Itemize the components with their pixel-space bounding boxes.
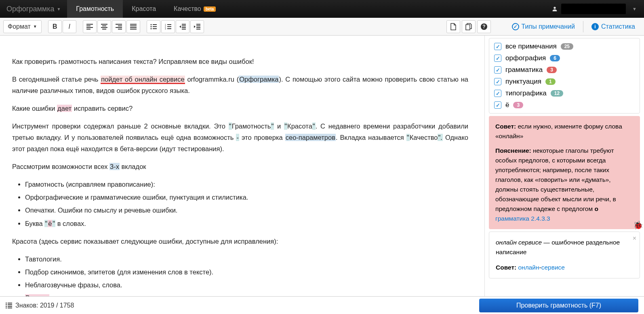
brand-menu[interactable]: Орфограммка ▼ [0, 0, 67, 18]
close-icon[interactable]: × [633, 234, 636, 244]
info-icon: i [591, 23, 599, 30]
note-types-link[interactable]: ✓ Типы примечаний [506, 19, 581, 34]
svg-point-1 [150, 24, 152, 25]
dash-highlight[interactable]: - [236, 134, 239, 141]
paragraph: Как проверить грамотность написания текс… [12, 56, 468, 67]
paragraph: Рассмотрим возможности всех 3-х вкладок [12, 161, 468, 172]
error-highlight[interactable]: пойдет об онлайн сервисе [101, 76, 185, 84]
sidebar: ✓все примечания25✓орфография6✓грамматика… [485, 36, 644, 296]
count-badge: 3 [547, 67, 557, 73]
filter-label: пунктуация [505, 78, 541, 86]
help-button[interactable]: ? [477, 20, 491, 33]
filter-label: ё [505, 101, 509, 109]
outdent-button[interactable] [176, 20, 189, 33]
error-highlight[interactable]: дает [57, 105, 72, 112]
checkbox-icon[interactable]: ✓ [494, 66, 501, 74]
bullet-list-button[interactable] [147, 20, 160, 33]
svg-point-2 [150, 26, 152, 27]
indent-button[interactable] [190, 20, 204, 33]
user-name-redacted [561, 4, 626, 14]
beta-badge: beta [204, 6, 216, 12]
list-item: Опечатки. Ошибки по смыслу и речевые оши… [25, 204, 468, 216]
filter-label: все примечания [505, 42, 557, 51]
suggestion-link[interactable]: онлайн [518, 264, 539, 271]
filter-row-5[interactable]: ✓ё3 [494, 101, 635, 109]
italic-button[interactable]: I [63, 20, 76, 33]
tab-gramotnost[interactable]: Грамотность [67, 0, 123, 18]
tab-krasota[interactable]: Красота [123, 0, 165, 18]
caret-down-icon: ▼ [57, 7, 61, 11]
filter-label: орфография [505, 54, 546, 62]
check-grammar-button[interactable]: Проверить грамотность (F7) [479, 299, 638, 312]
quote-highlight[interactable]: " [284, 122, 287, 130]
char-count: Знаков: 2019 / 1758 [6, 302, 74, 309]
count-badge: 6 [550, 55, 560, 61]
suggestion-link[interactable]: сервисе [541, 264, 565, 271]
nav-tabs: Грамотность Красота Качество beta [67, 0, 225, 18]
quote-highlight[interactable]: " [52, 220, 55, 227]
checkbox-icon[interactable]: ✓ [494, 43, 501, 50]
align-right-button[interactable] [112, 20, 126, 33]
svg-point-0 [554, 7, 556, 9]
quote-highlight[interactable]: ". [438, 134, 442, 141]
brand-label: Орфограммка [6, 5, 54, 13]
error-highlight[interactable]: ё [48, 220, 52, 227]
paragraph: Инструмент проверки содержал раньше 2 ос… [12, 120, 468, 154]
quote-highlight[interactable]: " [44, 220, 48, 227]
error-highlight[interactable]: Выдает [25, 294, 49, 296]
paragraph: Какие ошибки дает исправить сервис? [12, 103, 468, 114]
bold-button[interactable]: B [48, 20, 62, 33]
checkbox-icon[interactable]: ✓ [494, 55, 501, 62]
list: Тавтология. Подбор синонимов, эпитетов (… [25, 253, 468, 296]
checkbox-icon[interactable]: ✓ [494, 90, 501, 97]
list: Грамотность (исправляем правописание): О… [25, 179, 468, 229]
grammar-rule-link[interactable]: грамматика 2.4.3.3 [495, 215, 550, 222]
format-dropdown[interactable]: Формат ▼ [3, 20, 42, 33]
explanation-label: Пояснение: [495, 147, 531, 154]
count-badge: 3 [513, 102, 523, 108]
note-card-grammar[interactable]: Совет: если нужно, измените форму слова … [489, 116, 640, 229]
checkbox-icon[interactable]: ✓ [494, 101, 501, 109]
filter-row-2[interactable]: ✓грамматика3 [494, 66, 635, 74]
tab-kachestvo[interactable]: Качество beta [165, 0, 225, 18]
list-item: Выдает ударения в сложных словах. [25, 292, 468, 296]
filter-row-1[interactable]: ✓орфография6 [494, 54, 635, 62]
numbered-list-button[interactable]: 123 [161, 20, 175, 33]
error-highlight[interactable]: сео-параметров [285, 134, 336, 141]
error-highlight[interactable]: Орфограмка [239, 76, 279, 83]
list-item: Подбор синонимов, эпитетов (для изменени… [25, 266, 468, 278]
filter-label: типографика [505, 89, 547, 97]
check-circle-icon: ✓ [512, 23, 519, 30]
list-item: Грамотность (исправляем правописание): [25, 179, 468, 190]
error-highlight[interactable]: 3-х [109, 163, 120, 170]
filter-label: грамматика [505, 66, 543, 74]
filter-row-3[interactable]: ✓пунктуация1 [494, 78, 635, 86]
align-left-button[interactable] [83, 20, 97, 33]
count-badge: 1 [545, 78, 556, 85]
quote-highlight[interactable]: " [229, 122, 232, 130]
filter-row-4[interactable]: ✓типографика12 [494, 89, 635, 97]
list-item: Неблагозвучные фразы, слова. [25, 279, 468, 291]
stats-link[interactable]: i Статистика [586, 19, 641, 34]
editor-area[interactable]: Как проверить грамотность написания текс… [0, 36, 484, 296]
error-term: онлайн сервисе [496, 239, 542, 246]
bug-icon[interactable]: 🐞 [633, 219, 643, 232]
svg-rect-7 [466, 25, 470, 30]
quote-highlight[interactable]: " [406, 134, 410, 141]
caret-down-icon: ▼ [33, 24, 37, 29]
copy-button[interactable] [462, 20, 476, 33]
svg-text:?: ? [482, 24, 485, 30]
quote-highlight[interactable]: " [312, 122, 316, 130]
note-card-orthography[interactable]: × онлайн сервисе — ошибочное раздельное … [489, 232, 640, 278]
align-justify-button[interactable] [126, 20, 140, 33]
list-item: Тавтология. [25, 253, 468, 265]
new-doc-button[interactable] [446, 20, 460, 33]
list-icon [6, 303, 12, 308]
filter-row-0[interactable]: ✓все примечания25 [494, 42, 635, 51]
user-menu-caret[interactable]: ▼ [629, 6, 640, 11]
user-icon[interactable] [551, 6, 558, 12]
checkbox-icon[interactable]: ✓ [494, 78, 501, 85]
list-item: Буква "ё" в словах. [25, 218, 468, 229]
align-center-button[interactable] [97, 20, 111, 33]
advice-label: Совет: [495, 123, 516, 130]
